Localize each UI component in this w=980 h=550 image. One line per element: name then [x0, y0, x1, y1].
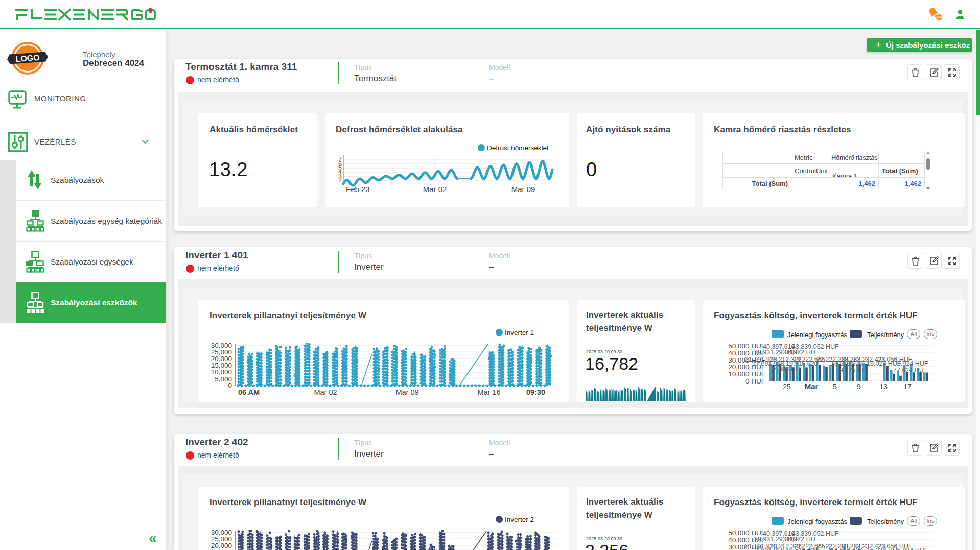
svg-text:2: 2	[338, 177, 342, 184]
svg-text:999: 999	[937, 15, 942, 19]
svg-text:5: 5	[833, 382, 837, 391]
svg-text:0: 0	[228, 381, 232, 389]
svg-text:7,886 HUF: 7,886 HUF	[773, 366, 804, 373]
svg-text:17,091,918: 17,091,918	[752, 547, 784, 550]
svg-text:15,023 HUF: 15,023 HUF	[867, 547, 901, 550]
svg-text:9,375 HUF: 9,375 HUF	[839, 367, 871, 374]
svg-text:10,000 HUF: 10,000 HUF	[728, 370, 765, 378]
svg-text:16,516,620: 16,516,620	[831, 360, 863, 367]
svg-text:5,924 HUF: 5,924 HUF	[897, 547, 928, 550]
svg-text:5,924 HUF: 5,924 HUF	[897, 360, 928, 367]
svg-text:Mar 02: Mar 02	[423, 185, 447, 194]
svg-text:25: 25	[783, 382, 791, 391]
svg-text:13: 13	[879, 382, 888, 391]
svg-text:34,972 HU: 34,972 HU	[785, 536, 815, 543]
svg-text:Mar 09: Mar 09	[395, 388, 418, 396]
svg-text:17: 17	[903, 382, 912, 391]
svg-text:19,516,620: 19,516,620	[786, 547, 818, 550]
svg-text:LOGO: LOGO	[15, 53, 40, 63]
svg-text:0 HUF: 0 HUF	[745, 377, 765, 385]
svg-text:09:30: 09:30	[526, 388, 545, 396]
svg-text:34,972 HU: 34,972 HU	[785, 349, 815, 356]
svg-text:16,516,620: 16,516,620	[831, 547, 863, 550]
svg-text:Mar 02: Mar 02	[314, 388, 337, 396]
svg-text:06 AM: 06 AM	[238, 388, 260, 396]
svg-text:Mar: Mar	[805, 382, 819, 391]
svg-text:15,023 HUF: 15,023 HUF	[867, 360, 901, 367]
svg-text:Mar 16: Mar 16	[477, 388, 500, 396]
svg-text:Feb 23: Feb 23	[346, 185, 370, 194]
svg-text:77,024 HU: 77,024 HU	[893, 367, 924, 374]
svg-text:9: 9	[857, 382, 861, 391]
svg-text:Mar 09: Mar 09	[511, 185, 535, 194]
svg-text:10,000: 10,000	[211, 368, 232, 376]
